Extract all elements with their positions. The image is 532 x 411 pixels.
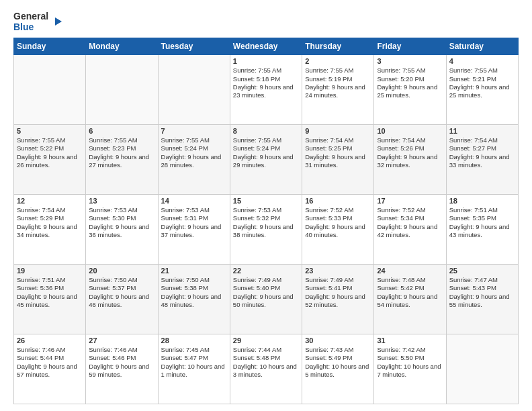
day-info: Sunset: 5:24 PM [233, 144, 299, 152]
day-info: Sunrise: 7:53 AM [233, 206, 299, 214]
day-info: Sunrise: 7:48 AM [377, 276, 443, 284]
day-info: Sunset: 5:26 PM [377, 144, 443, 152]
day-info: Daylight: 9 hours and 43 minutes. [449, 223, 515, 240]
day-cell: 26Sunrise: 7:46 AMSunset: 5:44 PMDayligh… [14, 334, 86, 404]
day-info: Daylight: 9 hours and 23 minutes. [233, 83, 299, 100]
day-info: Sunset: 5:20 PM [377, 75, 443, 83]
day-cell: 16Sunrise: 7:52 AMSunset: 5:33 PMDayligh… [302, 195, 374, 265]
weekday-wednesday: Wednesday [230, 38, 302, 55]
day-cell: 30Sunrise: 7:43 AMSunset: 5:49 PMDayligh… [302, 334, 374, 404]
day-info: Sunrise: 7:55 AM [17, 136, 83, 144]
day-number: 25 [449, 267, 515, 275]
day-info: Sunrise: 7:55 AM [89, 136, 154, 144]
day-cell: 1Sunrise: 7:55 AMSunset: 5:18 PMDaylight… [230, 55, 302, 125]
day-info: Sunrise: 7:44 AM [233, 346, 299, 354]
day-info: Daylight: 9 hours and 27 minutes. [89, 153, 154, 170]
day-cell: 15Sunrise: 7:53 AMSunset: 5:32 PMDayligh… [230, 195, 302, 265]
day-info: Sunset: 5:27 PM [449, 144, 515, 152]
weekday-saturday: Saturday [446, 38, 518, 55]
day-number: 28 [161, 336, 227, 345]
day-info: Sunset: 5:19 PM [305, 75, 371, 83]
day-cell: 7Sunrise: 7:55 AMSunset: 5:24 PMDaylight… [158, 125, 230, 195]
day-info: Sunrise: 7:50 AM [89, 276, 154, 284]
day-info: Daylight: 9 hours and 54 minutes. [377, 293, 443, 310]
day-cell: 11Sunrise: 7:54 AMSunset: 5:27 PMDayligh… [446, 125, 518, 195]
weekday-tuesday: Tuesday [158, 38, 230, 55]
day-cell: 28Sunrise: 7:45 AMSunset: 5:47 PMDayligh… [158, 334, 230, 404]
logo-arrow-icon [50, 15, 63, 28]
day-info: Sunrise: 7:54 AM [17, 206, 83, 214]
day-info: Daylight: 10 hours and 1 minute. [161, 363, 227, 379]
day-number: 24 [377, 267, 443, 275]
day-number: 20 [89, 267, 154, 275]
day-info: Daylight: 9 hours and 36 minutes. [89, 223, 154, 240]
day-info: Sunset: 5:38 PM [161, 284, 227, 292]
day-cell: 19Sunrise: 7:51 AMSunset: 5:36 PMDayligh… [14, 265, 86, 334]
day-info: Sunrise: 7:54 AM [449, 136, 515, 144]
day-info: Daylight: 9 hours and 25 minutes. [449, 83, 515, 100]
day-info: Sunset: 5:32 PM [233, 214, 299, 222]
day-cell: 4Sunrise: 7:55 AMSunset: 5:21 PMDaylight… [446, 55, 518, 125]
day-info: Daylight: 9 hours and 42 minutes. [377, 223, 443, 240]
day-info: Sunset: 5:48 PM [233, 354, 299, 362]
day-info: Sunrise: 7:51 AM [17, 276, 83, 284]
day-info: Sunset: 5:41 PM [305, 284, 371, 292]
day-info: Daylight: 9 hours and 52 minutes. [305, 293, 371, 310]
day-number: 26 [17, 336, 83, 345]
day-info: Sunset: 5:23 PM [89, 144, 154, 152]
svg-marker-0 [55, 17, 62, 26]
day-info: Daylight: 9 hours and 59 minutes. [89, 363, 154, 379]
day-info: Daylight: 9 hours and 33 minutes. [449, 153, 515, 170]
day-cell [158, 55, 230, 125]
day-info: Sunrise: 7:54 AM [377, 136, 443, 144]
day-number: 23 [305, 267, 371, 275]
day-info: Sunrise: 7:51 AM [449, 206, 515, 214]
day-info: Sunset: 5:40 PM [233, 284, 299, 292]
day-number: 1 [233, 57, 299, 65]
day-info: Daylight: 9 hours and 46 minutes. [89, 293, 154, 310]
day-number: 17 [377, 197, 443, 205]
day-info: Sunrise: 7:54 AM [305, 136, 371, 144]
logo-blue: Blue [13, 21, 48, 32]
day-info: Sunset: 5:50 PM [377, 354, 443, 362]
day-info: Daylight: 9 hours and 55 minutes. [449, 293, 515, 310]
day-cell: 10Sunrise: 7:54 AMSunset: 5:26 PMDayligh… [374, 125, 446, 195]
day-number: 11 [449, 127, 515, 135]
day-number: 9 [305, 127, 371, 135]
day-cell: 3Sunrise: 7:55 AMSunset: 5:20 PMDaylight… [374, 55, 446, 125]
day-cell: 14Sunrise: 7:53 AMSunset: 5:31 PMDayligh… [158, 195, 230, 265]
day-info: Daylight: 9 hours and 31 minutes. [305, 153, 371, 170]
day-number: 27 [89, 336, 154, 345]
day-cell: 21Sunrise: 7:50 AMSunset: 5:38 PMDayligh… [158, 265, 230, 334]
day-info: Sunrise: 7:53 AM [161, 206, 227, 214]
day-info: Sunset: 5:46 PM [89, 354, 154, 362]
day-info: Sunrise: 7:55 AM [305, 66, 371, 75]
day-info: Sunset: 5:30 PM [89, 214, 154, 222]
day-info: Sunrise: 7:47 AM [449, 276, 515, 284]
day-number: 19 [17, 267, 83, 275]
day-cell: 29Sunrise: 7:44 AMSunset: 5:48 PMDayligh… [230, 334, 302, 404]
day-number: 7 [161, 127, 227, 135]
weekday-monday: Monday [86, 38, 158, 55]
day-info: Daylight: 10 hours and 3 minutes. [233, 363, 299, 379]
day-info: Sunset: 5:33 PM [305, 214, 371, 222]
day-info: Sunset: 5:49 PM [305, 354, 371, 362]
day-cell: 9Sunrise: 7:54 AMSunset: 5:25 PMDaylight… [302, 125, 374, 195]
page: General Blue SundayMondayTuesdayWednesda… [0, 0, 532, 411]
day-info: Daylight: 9 hours and 32 minutes. [377, 153, 443, 170]
day-info: Sunset: 5:24 PM [161, 144, 227, 152]
day-info: Sunset: 5:21 PM [449, 75, 515, 83]
logo-general: General [13, 11, 48, 21]
day-info: Daylight: 9 hours and 40 minutes. [305, 223, 371, 240]
day-info: Sunset: 5:35 PM [449, 214, 515, 222]
day-info: Daylight: 9 hours and 26 minutes. [17, 153, 83, 170]
day-number: 8 [233, 127, 299, 135]
day-number: 5 [17, 127, 83, 135]
day-info: Sunset: 5:36 PM [17, 284, 83, 292]
day-cell [14, 55, 86, 125]
day-cell [86, 55, 158, 125]
day-info: Sunset: 5:43 PM [449, 284, 515, 292]
day-cell: 17Sunrise: 7:52 AMSunset: 5:34 PMDayligh… [374, 195, 446, 265]
week-row-4: 19Sunrise: 7:51 AMSunset: 5:36 PMDayligh… [14, 265, 519, 334]
day-info: Sunrise: 7:46 AM [17, 346, 83, 354]
